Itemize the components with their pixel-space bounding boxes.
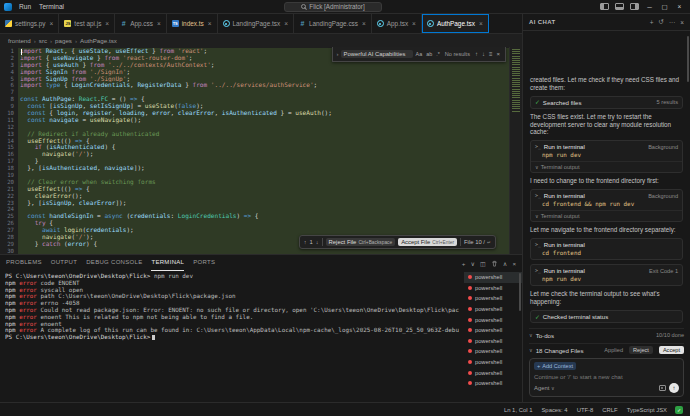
terminal-output-toggle[interactable]: ∨Terminal output [531, 210, 682, 221]
regex-toggle[interactable]: .* [435, 51, 441, 57]
new-terminal-icon[interactable]: + [462, 260, 466, 267]
tab-app-css[interactable]: #App.css× [115, 14, 167, 33]
reject-all-button[interactable]: Reject [629, 346, 653, 354]
tab-index-ts[interactable]: TSindex.ts× [167, 14, 218, 33]
chat-scrollbar[interactable] [687, 36, 689, 82]
status-crlf[interactable]: CRLF [602, 407, 617, 413]
status-spaces-4[interactable]: Spaces: 4 [541, 407, 567, 413]
menu-run[interactable]: Run [15, 3, 35, 10]
status-typescript-jsx[interactable]: TypeScript JSX [627, 407, 667, 413]
todos-row[interactable]: ∨ To-dos 10/10 done [529, 328, 684, 340]
next-diff-icon[interactable]: ↓ [316, 239, 319, 245]
tab-landingpage-css[interactable]: #LandingPage.css× [294, 14, 372, 33]
toggle-secondary-sidebar-icon[interactable] [630, 3, 639, 10]
terminal-card-header[interactable]: >_Run in terminalBackground [531, 141, 682, 152]
close-icon[interactable]: × [105, 20, 109, 27]
reject-file-button[interactable]: Reject File Ctrl+Backspace [326, 238, 396, 246]
code-token: { [82, 186, 89, 192]
chat-input[interactable]: Continue or '/' to start a new chat [534, 373, 679, 380]
command-center[interactable]: Flick [Administrator] [284, 2, 381, 12]
terminal-session-item[interactable]: powershell [464, 314, 522, 325]
tool-call-row[interactable]: ✓Checked terminal status [530, 310, 683, 323]
new-chat-icon[interactable]: + [650, 19, 654, 26]
panel-tab-terminal[interactable]: TERMINAL [151, 255, 184, 271]
terminal-session-item[interactable]: powershell [464, 293, 522, 304]
find-close-icon[interactable]: × [495, 51, 501, 57]
terminal-output-toggle[interactable]: ∨Terminal output [531, 161, 682, 172]
maximize-panel-icon[interactable]: ∧ [503, 260, 508, 267]
close-panel-icon[interactable]: × [512, 260, 516, 267]
find-in-selection-icon[interactable]: ≡ [488, 51, 494, 57]
close-icon[interactable]: × [50, 20, 54, 27]
terminal-session-item[interactable]: powershell [464, 378, 522, 389]
attach-image-icon[interactable] [659, 385, 666, 391]
breadcrumb-item-src[interactable]: src [39, 37, 47, 44]
close-icon[interactable]: × [479, 20, 483, 27]
terminal-output[interactable]: PS C:\Users\teeon\OneDrive\Desktop\Flick… [0, 271, 464, 402]
diff-file-indicator[interactable]: File 10 / ↵ [464, 239, 491, 245]
toggle-primary-sidebar-icon[interactable] [600, 3, 609, 10]
chat-more-icon[interactable]: ··· [669, 19, 675, 26]
terminal-session-item[interactable]: powershell [464, 283, 522, 294]
terminal-session-item[interactable]: powershell [464, 325, 522, 336]
tab-test-api-js[interactable]: JStest api.js× [59, 14, 115, 33]
close-icon[interactable]: × [362, 20, 366, 27]
restore-button[interactable]: ▢ [658, 0, 671, 13]
terminal-session-item[interactable]: powershell [464, 336, 522, 347]
find-next-icon[interactable]: ↓ [481, 51, 486, 57]
find-previous-icon[interactable]: ↑ [474, 51, 479, 57]
terminal-session-item[interactable]: powershell [464, 346, 522, 357]
close-icon[interactable]: × [284, 20, 288, 27]
close-button[interactable]: × [673, 0, 686, 13]
menu-terminal[interactable]: Terminal [35, 3, 68, 10]
panel-tab-output[interactable]: OUTPUT [51, 255, 77, 271]
status-ln-1-col-1[interactable]: Ln 1, Col 1 [504, 407, 533, 413]
previous-diff-icon[interactable]: ↑ [304, 239, 307, 245]
close-icon[interactable]: × [412, 20, 416, 27]
panel-tab-debug-console[interactable]: DEBUG CONSOLE [86, 255, 142, 271]
close-icon[interactable]: × [208, 20, 212, 27]
tab-settings-py[interactable]: settings.py× [0, 14, 59, 33]
minimize-button[interactable]: ─ [643, 0, 656, 13]
panel-tab-problems[interactable]: PROBLEMS [6, 255, 42, 271]
split-terminal-icon[interactable]: ◫ [480, 260, 486, 267]
chat-close-icon[interactable]: × [680, 19, 684, 26]
accept-file-button[interactable]: Accept File Ctrl+Enter [398, 238, 457, 246]
breadcrumb-item-pages[interactable]: pages [55, 37, 72, 44]
tab-landingpage-tsx[interactable]: LandingPage.tsx× [218, 14, 294, 33]
add-context-chip[interactable]: + Add Context [534, 362, 576, 370]
tab-app-tsx[interactable]: App.tsx× [372, 14, 422, 33]
code-editor[interactable]: 1import React, { useState, useEffect } f… [0, 47, 522, 254]
tab-authpage-tsx[interactable]: AuthPage.tsx× [422, 14, 489, 33]
terminal-card-header[interactable]: >_Run in terminal [531, 239, 682, 250]
terminal-dropdown-icon[interactable]: ∨ [470, 260, 475, 267]
minimap[interactable] [509, 47, 522, 254]
find-expand-icon[interactable]: › [337, 51, 339, 57]
kill-terminal-icon[interactable] [491, 260, 498, 267]
terminal-card-header[interactable]: >_Run in terminalExit Code 1 [531, 265, 682, 276]
tool-call-row[interactable]: ✓Searched files5 results [530, 96, 683, 109]
sessions-scrollbar[interactable] [519, 273, 521, 311]
breadcrumb-item-authpage-tsx[interactable]: AuthPage.tsx [80, 37, 117, 44]
match-case-toggle[interactable]: Aa [415, 51, 424, 57]
close-icon[interactable]: × [157, 20, 161, 27]
breadcrumb-item-frontend[interactable]: frontend [8, 37, 31, 44]
agent-mode-selector[interactable]: Agent ∨ [534, 385, 555, 391]
find-input[interactable]: Powerful AI Capabilities [341, 50, 413, 58]
panel-tab-ports[interactable]: PORTS [193, 255, 215, 271]
terminal-session-item[interactable]: powershell [464, 367, 522, 378]
terminal-session-item[interactable]: powershell [464, 272, 522, 283]
terminal-session-item[interactable]: powershell [464, 357, 522, 368]
send-button[interactable]: ↑ [669, 383, 679, 393]
chat-message-list[interactable]: created files. Let me check if they need… [523, 31, 690, 327]
status-green-badge[interactable]: ✓ [675, 406, 683, 414]
chat-input-box[interactable]: + Add Context Continue or '/' to start a… [529, 358, 684, 397]
terminal-session-item[interactable]: powershell [464, 304, 522, 315]
status-utf-8[interactable]: UTF-8 [577, 407, 594, 413]
toggle-panel-icon[interactable] [615, 3, 624, 10]
changed-files-row[interactable]: ∨ 18 Changed Files Applied Reject Accept [529, 343, 684, 356]
chat-history-icon[interactable]: ↺ [659, 18, 664, 26]
whole-word-toggle[interactable]: ab [425, 51, 433, 57]
terminal-card-header[interactable]: >_Run in terminalBackground [531, 190, 682, 201]
accept-all-button[interactable]: Accept [659, 346, 684, 354]
